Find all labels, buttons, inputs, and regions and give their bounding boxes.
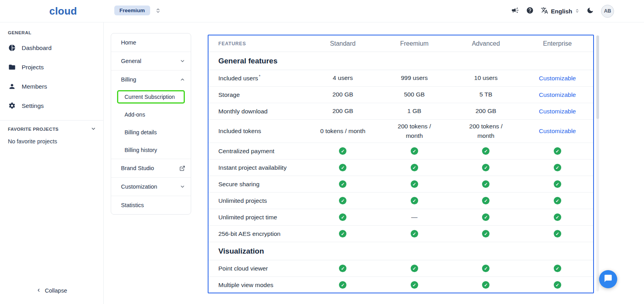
feature-note: * (259, 74, 261, 79)
check-icon: ✓ (554, 213, 561, 221)
feature-value-text: 999 users (401, 73, 428, 83)
check-icon: ✓ (482, 265, 490, 272)
sidebar-item-label: Dashboard (22, 44, 52, 52)
feature-value-check: ✓ (450, 265, 522, 272)
check-icon: ✓ (339, 281, 346, 289)
sidebar-items: DashboardProjectsMembersSettings (0, 38, 103, 115)
help-icon (526, 7, 534, 16)
section-title: Visualization (208, 242, 593, 260)
feature-row: Point cloud viewer✓✓✓✓ (208, 260, 593, 277)
feature-value-check: ✓ (450, 213, 522, 221)
feature-value: 200 tokens / month (379, 122, 450, 141)
sidebar-divider (0, 120, 103, 120)
menu-item-label: Add-ons (125, 111, 145, 118)
header-actions: English AB (511, 0, 614, 22)
feature-row: Included tokens0 tokens / month200 token… (208, 120, 593, 143)
plan-badge[interactable]: Freemium (114, 6, 150, 15)
chevron-up-icon (180, 77, 185, 82)
check-icon: ✓ (339, 230, 346, 237)
feature-name: Secure sharing (208, 181, 307, 188)
feature-value-text: 200 GB (332, 106, 353, 116)
menu-item-brand-studio[interactable]: Brand Studio (111, 159, 191, 177)
gear-icon (8, 102, 16, 109)
feature-name: Monthly download (208, 108, 307, 115)
plans-comparison-table: FEATURES StandardFreemiumAdvancedEnterpr… (208, 35, 594, 293)
scrollbar-thumb[interactable] (596, 35, 599, 119)
feature-value-check: ✓ (307, 147, 379, 155)
language-selector[interactable]: English (541, 7, 579, 16)
table-scrollbar[interactable] (596, 35, 599, 291)
menu-item-add-ons[interactable]: Add-ons (111, 106, 191, 123)
feature-value: 999 users (379, 73, 450, 83)
menu-item-label: Billing history (125, 147, 157, 153)
feature-value-check: ✓ (522, 164, 594, 171)
sidebar-item-label: Projects (22, 64, 44, 71)
check-icon: ✓ (339, 197, 346, 204)
check-icon: ✓ (482, 213, 490, 221)
plan-column-header: Advanced (450, 40, 522, 47)
feature-value-link: Customizable (522, 108, 594, 115)
chat-button[interactable] (599, 270, 617, 288)
dark-mode-toggle[interactable] (586, 7, 594, 16)
feature-value-check: ✓ (450, 180, 522, 188)
feature-value: 500 GB (379, 90, 450, 99)
check-icon: ✓ (554, 281, 561, 289)
dash: — (411, 214, 417, 221)
collapse-label: Collapse (45, 287, 67, 294)
sidebar-item-projects[interactable]: Projects (0, 57, 103, 77)
app-body: GENERAL DashboardProjectsMembersSettings… (0, 22, 644, 304)
menu-item-statistics[interactable]: Statistics (111, 196, 191, 214)
features-column-header: FEATURES (208, 41, 307, 46)
feature-value-text: 5 TB (480, 90, 492, 99)
customizable-link[interactable]: Customizable (539, 75, 576, 82)
help-button[interactable] (526, 7, 534, 16)
customizable-link[interactable]: Customizable (539, 128, 576, 135)
sidebar-item-members[interactable]: Members (0, 77, 103, 96)
feature-row: Secure sharing✓✓✓✓ (208, 176, 593, 193)
feature-value-check: ✓ (307, 281, 379, 289)
feature-value-check: ✓ (522, 180, 594, 188)
favorites-heading-label: FAVORITE PROJECTS (8, 127, 59, 132)
check-icon: ✓ (482, 180, 490, 188)
check-icon: ✓ (482, 230, 490, 237)
sidebar-item-dashboard[interactable]: Dashboard (0, 38, 103, 57)
menu-item-home[interactable]: Home (111, 33, 191, 52)
menu-item-label: General (121, 58, 141, 64)
menu-item-general[interactable]: General (111, 52, 191, 70)
feature-name: Point cloud viewer (208, 265, 307, 272)
menu-item-customization[interactable]: Customization (111, 178, 191, 196)
check-icon: ✓ (339, 164, 346, 171)
menu-item-billing-history[interactable]: Billing history (111, 141, 191, 159)
feature-value-link: Customizable (522, 128, 594, 135)
check-icon: ✓ (339, 180, 346, 188)
customizable-link[interactable]: Customizable (539, 91, 576, 98)
chevron-down-icon (91, 126, 96, 132)
feature-value-check: ✓ (379, 180, 450, 188)
collapse-button[interactable]: Collapse (0, 287, 103, 294)
feature-value-check: ✓ (379, 281, 450, 289)
menu-item-billing[interactable]: Billing (111, 70, 191, 89)
feature-name: Instant project availability (208, 164, 307, 171)
feature-value-check: ✓ (522, 281, 594, 289)
feature-value: 200 tokens / month (450, 122, 522, 141)
check-icon: ✓ (411, 197, 418, 204)
feature-value: 200 GB (450, 106, 522, 116)
chevron-down-icon (180, 58, 185, 64)
check-icon: ✓ (482, 197, 490, 204)
feature-name: Unlimited projects (208, 197, 307, 204)
sidebar-item-settings[interactable]: Settings (0, 96, 103, 115)
feature-value-check: ✓ (522, 265, 594, 272)
main-content: FEATURES StandardFreemiumAdvancedEnterpr… (191, 22, 644, 304)
announcements-button[interactable] (511, 6, 519, 16)
menu-item-billing-details[interactable]: Billing details (111, 123, 191, 141)
table-body: General featuresIncluded users*4 users99… (208, 52, 593, 293)
menu-item-current-subscription[interactable]: Current Subscription (117, 90, 185, 104)
feature-value-check: ✓ (450, 147, 522, 155)
avatar[interactable]: AB (601, 5, 614, 18)
settings-menu: HomeGeneralBillingCurrent SubscriptionAd… (111, 33, 191, 215)
feature-row: Instant project availability✓✓✓✓ (208, 159, 593, 176)
check-icon: ✓ (339, 265, 346, 272)
plan-selector[interactable]: Freemium (114, 6, 161, 15)
favorite-projects-header[interactable]: FAVORITE PROJECTS (0, 126, 103, 132)
customizable-link[interactable]: Customizable (539, 108, 576, 115)
